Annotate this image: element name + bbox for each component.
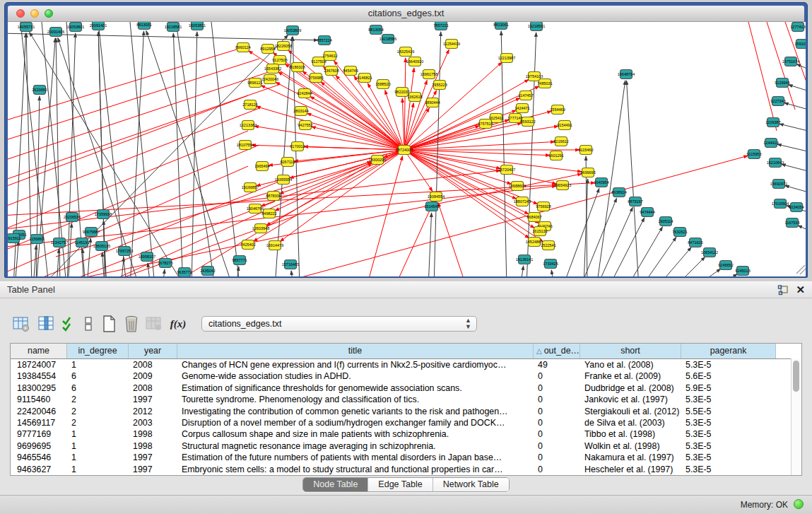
window-titlebar[interactable]: citations_edges.txt — [8, 6, 804, 22]
network-node[interactable]: 19218591 — [528, 22, 545, 31]
network-node[interactable]: 18107554 — [237, 141, 254, 150]
rows-button[interactable] — [79, 314, 99, 334]
network-node[interactable]: 17016504 — [772, 199, 789, 209]
network-node[interactable]: 1615132 — [532, 227, 547, 236]
network-node[interactable]: 18325419 — [397, 47, 414, 57]
network-node[interactable]: 1514545 — [424, 202, 439, 211]
table-row[interactable]: 1938455462009Genome-wide association stu… — [11, 370, 801, 382]
network-node[interactable]: 10688609 — [509, 182, 526, 191]
network-node[interactable]: 1167533 — [784, 218, 799, 228]
table-row[interactable]: 1456911722003Disruption of a novel membe… — [11, 417, 801, 428]
network-node[interactable]: 1424471 — [514, 104, 529, 113]
network-node[interactable]: 8186328 — [290, 63, 305, 72]
network-node[interactable]: 8498222 — [261, 209, 276, 218]
table-row[interactable]: 1872400712008Changes of HCN gene express… — [11, 359, 801, 370]
column-header-out_de[interactable]: △out_de… — [534, 344, 580, 358]
network-nodes[interactable]: 1405573120091406160538012009140188130511… — [8, 22, 806, 276]
network-node[interactable]: 9699695 — [580, 168, 595, 177]
network-node[interactable]: 20091406 — [47, 28, 64, 37]
network-node[interactable]: 8960124 — [235, 43, 250, 52]
table-select-dropdown[interactable]: citations_edges.txt ▲▼ — [201, 316, 477, 332]
network-node[interactable]: 18724007 — [396, 146, 413, 155]
table-row[interactable]: 911546021997Tourette syndrome. Phenomeno… — [11, 394, 801, 405]
network-node[interactable]: 14055731 — [18, 23, 35, 32]
float-panel-icon[interactable] — [777, 285, 789, 296]
network-node[interactable]: 16958107 — [139, 252, 155, 262]
network-node[interactable]: 16914479 — [266, 241, 283, 250]
network-node[interactable]: 9115953 — [746, 150, 761, 159]
network-graph[interactable]: 1405573120091406160538012009140188130511… — [8, 22, 806, 276]
tab-edge-table[interactable]: Edge Table — [368, 478, 433, 491]
network-node[interactable]: 1362615 — [407, 93, 422, 102]
network-node[interactable]: 2147457 — [518, 91, 533, 100]
new-document-button[interactable] — [99, 314, 119, 334]
network-node[interactable]: 8593122 — [520, 117, 535, 127]
network-node[interactable]: 9146821 — [357, 74, 372, 83]
table-row[interactable]: 977716911998Corpus callosum shape and si… — [11, 428, 801, 440]
vertical-scrollbar[interactable] — [791, 358, 801, 475]
column-header-in_degree[interactable]: in_degree — [67, 344, 129, 358]
network-node[interactable]: 8454749 — [343, 66, 358, 76]
network-node[interactable]: 12342757 — [51, 238, 68, 247]
network-node[interactable]: 8813051 — [136, 22, 151, 30]
network-node[interactable]: 7632621 — [672, 228, 687, 237]
table-panel-header[interactable]: Table Panel ✕ — [0, 281, 812, 298]
network-window[interactable]: citations_edges.txt 14055731200914061605… — [4, 2, 808, 278]
network-node[interactable]: 8878334 — [266, 192, 281, 201]
network-node[interactable]: 1640954 — [594, 178, 608, 187]
network-node[interactable]: 1145191 — [74, 238, 89, 247]
network-node[interactable]: 8813061 — [493, 22, 508, 30]
network-node[interactable]: 1890444 — [425, 98, 440, 107]
network-node[interactable]: 16961758 — [420, 70, 437, 79]
tab-node-table[interactable]: Node Table — [303, 478, 368, 491]
network-node[interactable]: 1034054 — [789, 203, 804, 212]
network-node[interactable]: 9427552 — [298, 121, 312, 130]
network-node[interactable]: 9242844 — [297, 89, 312, 98]
network-node[interactable]: 16648794 — [618, 70, 635, 79]
network-node[interactable]: 12213987 — [498, 54, 515, 63]
network-node[interactable]: 9245652 — [718, 261, 733, 270]
network-node[interactable]: 19166857 — [242, 183, 259, 192]
network-node[interactable]: 20091401 — [90, 22, 107, 30]
network-node[interactable]: 1588520 — [375, 80, 390, 89]
column-header-pagerank[interactable]: pagerank — [681, 344, 776, 358]
delete-trash-button[interactable] — [122, 314, 141, 334]
network-node[interactable]: 2718126 — [242, 100, 257, 110]
network-node[interactable]: 8938924 — [611, 188, 626, 197]
network-node[interactable]: 1965494 — [254, 162, 269, 171]
select-all-checks-button[interactable] — [59, 314, 79, 334]
network-node[interactable]: 8267110 — [280, 158, 295, 167]
network-node[interactable]: 18807243 — [514, 197, 531, 206]
tab-network-table[interactable]: Network Table — [433, 478, 509, 491]
memory-status-icon[interactable] — [794, 499, 804, 509]
network-node[interactable]: 9756928 — [536, 202, 551, 211]
network-node[interactable]: 2522541 — [541, 241, 555, 250]
network-node[interactable]: 9896121 — [247, 78, 262, 88]
network-node[interactable]: 18226058 — [275, 42, 292, 51]
network-node[interactable]: 9635771 — [177, 268, 192, 277]
table-row[interactable]: 946362711997Embryonic stem cells: a mode… — [11, 464, 801, 475]
network-node[interactable]: 16053809 — [284, 26, 301, 35]
network-canvas[interactable]: 1405573120091406160538012009140188130511… — [8, 22, 806, 276]
network-node[interactable]: 8471626 — [688, 238, 702, 247]
network-node[interactable]: 9170012 — [290, 142, 305, 151]
network-node[interactable]: 12213383 — [240, 121, 257, 130]
network-node[interactable]: 15720407 — [498, 165, 515, 175]
resize-grip-icon[interactable] — [796, 265, 806, 274]
network-node[interactable]: 19384554 — [428, 192, 445, 201]
network-node[interactable]: 15716465 — [282, 260, 299, 269]
network-node[interactable]: 1156863 — [29, 235, 44, 244]
network-node[interactable]: 11254419 — [443, 40, 460, 49]
network-node[interactable]: 16543382 — [264, 64, 281, 74]
network-node[interactable]: 2435042 — [200, 267, 215, 276]
network-node[interactable]: 17957253 — [116, 247, 133, 256]
network-node[interactable]: 6879197 — [628, 197, 642, 206]
node-table[interactable]: namein_degreeyeartitle△out_de…shortpager… — [10, 343, 802, 476]
network-node[interactable]: 16210643 — [767, 158, 784, 168]
network-node[interactable]: 8216612 — [553, 137, 568, 146]
network-node[interactable]: 19355554 — [275, 175, 292, 185]
network-node[interactable]: 3915911 — [8, 234, 21, 243]
close-panel-icon[interactable]: ✕ — [796, 284, 805, 296]
network-node[interactable]: 20206536 — [64, 213, 81, 222]
network-node[interactable]: 14136141 — [516, 255, 533, 264]
